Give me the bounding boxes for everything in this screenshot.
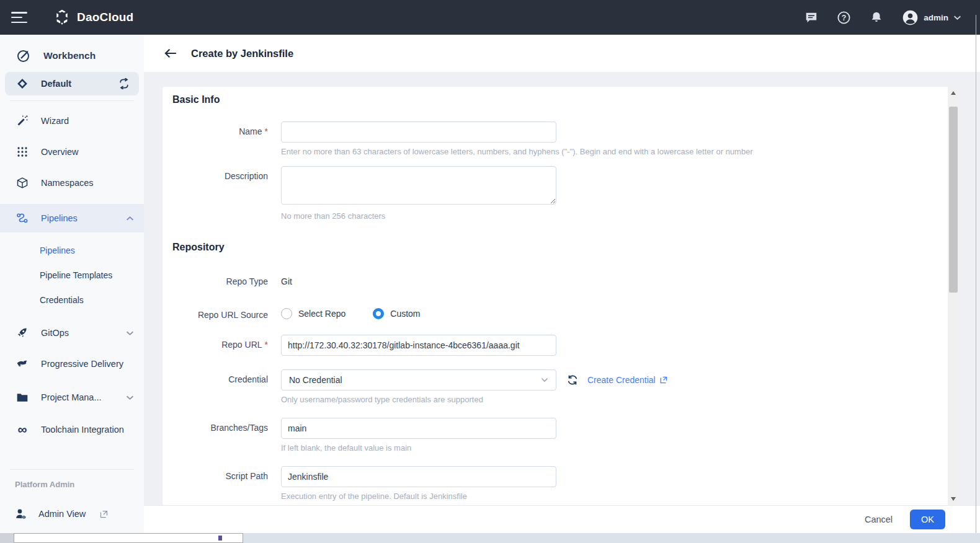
nav-label: Pipelines xyxy=(41,213,78,223)
branches-label: Branches/Tags xyxy=(172,418,268,433)
branches-input[interactable] xyxy=(281,418,556,439)
sidebar-item-wizard[interactable]: Wizard xyxy=(0,110,144,132)
infinity-icon: ∞ xyxy=(16,425,29,434)
scrollbar-corner[interactable] xyxy=(0,533,14,543)
sidebar-item-overview[interactable]: Overview xyxy=(0,141,144,163)
form-footer: Cancel OK xyxy=(144,505,980,533)
daocloud-cube-icon xyxy=(53,9,71,26)
required-asterisk: * xyxy=(265,340,268,350)
select-repo-radio-label[interactable]: Select Repo xyxy=(298,309,345,319)
repo-type-value: Git xyxy=(281,272,292,286)
form-card: Basic Info Name* Enter no more than 63 c… xyxy=(163,87,959,505)
sidebar-divider xyxy=(10,100,134,101)
credential-selected-value: No Credential xyxy=(289,375,342,385)
chevron-down-icon xyxy=(126,395,134,400)
description-row: Description No more than 256 characters xyxy=(172,166,937,221)
repo-url-source-row: Repo URL Source Select Repo Custom xyxy=(172,305,937,320)
sidebar-item-pipelines[interactable]: Pipelines xyxy=(0,204,144,232)
workbench-icon xyxy=(16,48,31,63)
brand-name: DaoCloud xyxy=(77,11,133,24)
notification-bell-icon[interactable] xyxy=(870,11,883,24)
chevron-down-icon xyxy=(953,15,961,20)
branches-hint: If left blank, the default value is main xyxy=(281,443,556,452)
scroll-up-arrow[interactable] xyxy=(948,88,959,98)
folder-icon xyxy=(16,391,29,404)
horizontal-scrollbar-track[interactable] xyxy=(14,533,243,543)
workbench-label: Workbench xyxy=(43,50,96,61)
external-link-icon xyxy=(99,510,109,519)
custom-radio-label[interactable]: Custom xyxy=(390,309,420,319)
nav-label: GitOps xyxy=(41,328,69,338)
nav-label: Wizard xyxy=(41,116,69,126)
cube-icon xyxy=(16,177,29,189)
scrollbar-thumb[interactable] xyxy=(949,107,958,293)
browser-scrollbar-edge xyxy=(976,15,976,533)
brand-logo[interactable]: DaoCloud xyxy=(53,9,133,26)
rocket-icon xyxy=(16,327,29,339)
name-row: Name* Enter no more than 63 characters o… xyxy=(172,121,937,156)
description-hint: No more than 256 characters xyxy=(281,211,556,221)
card-scrollbar[interactable] xyxy=(948,87,959,505)
sidebar-divider xyxy=(10,469,134,470)
cancel-button[interactable]: Cancel xyxy=(865,514,893,524)
sidebar-item-toolchain-integration[interactable]: ∞ Toolchain Integration xyxy=(0,418,144,441)
script-path-row: Script Path Execution entry of the pipel… xyxy=(172,466,937,501)
page-titlebar: Create by Jenkinsfile xyxy=(144,35,980,72)
basic-info-heading: Basic Info xyxy=(172,94,937,105)
nav-label: Progressive Delivery xyxy=(41,359,123,369)
switch-workspace-icon[interactable] xyxy=(118,78,130,89)
sidebar-item-admin-view[interactable]: Admin View xyxy=(0,503,144,525)
name-label: Name* xyxy=(172,121,268,136)
name-input[interactable] xyxy=(281,121,556,143)
create-credential-link[interactable]: Create Credential xyxy=(587,375,668,385)
repo-type-row: Repo Type Git xyxy=(172,272,937,286)
repository-heading: Repository xyxy=(172,242,937,253)
sidebar-subitem-pipeline-templates[interactable]: Pipeline Templates xyxy=(0,266,144,285)
credential-row: Credential No Credential Only username/p… xyxy=(172,369,937,404)
repo-url-input[interactable] xyxy=(281,335,556,356)
workspace-name: Default xyxy=(41,79,71,89)
script-path-input[interactable] xyxy=(281,466,556,487)
description-label: Description xyxy=(172,166,268,181)
bird-icon xyxy=(16,358,29,371)
workspace-icon xyxy=(16,77,29,90)
grid-dots-icon xyxy=(16,146,29,157)
nav-label: Project Mana... xyxy=(41,392,102,402)
nav-label: Toolchain Integration xyxy=(41,425,124,435)
chevron-down-icon xyxy=(541,377,548,382)
credential-select[interactable]: No Credential xyxy=(281,369,556,391)
menu-icon[interactable] xyxy=(11,12,27,23)
select-repo-radio[interactable] xyxy=(281,308,292,319)
user-menu[interactable]: admin xyxy=(902,9,961,26)
user-name: admin xyxy=(924,13,948,22)
sidebar-item-project-management[interactable]: Project Mana... xyxy=(0,386,144,408)
back-arrow-icon[interactable] xyxy=(164,48,177,59)
workspace-selector[interactable]: Default xyxy=(5,72,139,95)
chevron-down-icon xyxy=(126,330,134,336)
sidebar-item-workbench[interactable]: Workbench xyxy=(16,48,134,63)
ok-button[interactable]: OK xyxy=(910,510,945,529)
external-link-icon xyxy=(659,376,668,384)
refresh-icon[interactable] xyxy=(566,374,579,386)
help-icon[interactable]: ? xyxy=(837,11,851,25)
avatar xyxy=(902,9,919,26)
repo-type-label: Repo Type xyxy=(172,272,268,286)
clipped-glyph xyxy=(218,536,222,541)
custom-radio[interactable] xyxy=(373,308,384,319)
scroll-down-arrow[interactable] xyxy=(948,494,959,504)
message-icon[interactable] xyxy=(804,11,818,24)
sidebar-item-gitops[interactable]: GitOps xyxy=(0,322,144,344)
description-textarea[interactable] xyxy=(281,166,556,205)
app-header: DaoCloud ? xyxy=(0,0,980,35)
sidebar-subitem-pipelines[interactable]: Pipelines xyxy=(0,241,144,260)
sidebar-item-namespaces[interactable]: Namespaces xyxy=(0,172,144,194)
sidebar-subitem-credentials[interactable]: Credentials xyxy=(0,291,144,309)
chevron-up-icon xyxy=(126,216,134,221)
page-title: Create by Jenkinsfile xyxy=(191,48,293,60)
sidebar: Workbench Default Wizard xyxy=(0,35,144,533)
repo-url-label: Repo URL* xyxy=(172,335,268,350)
nav-label: Admin View xyxy=(38,509,86,519)
admin-user-icon xyxy=(15,508,27,521)
sidebar-item-progressive-delivery[interactable]: Progressive Delivery xyxy=(0,353,144,375)
branches-row: Branches/Tags If left blank, the default… xyxy=(172,418,937,452)
